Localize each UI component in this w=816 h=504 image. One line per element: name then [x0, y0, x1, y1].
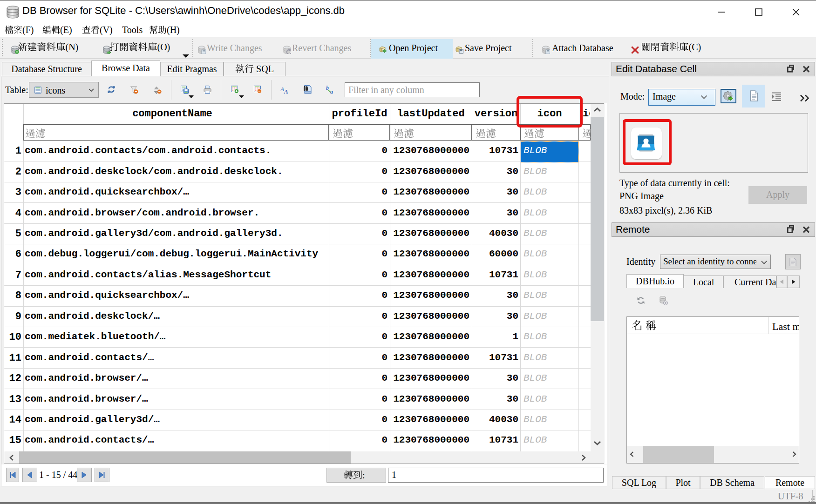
svg-text:a: a — [330, 88, 333, 94]
svg-text:A: A — [284, 88, 288, 94]
